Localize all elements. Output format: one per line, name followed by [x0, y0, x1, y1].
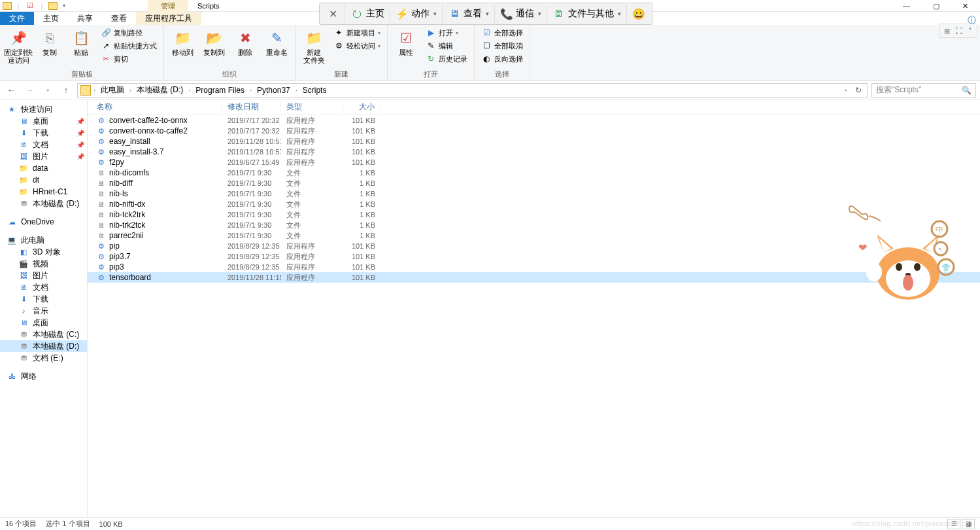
sidebar-pictures[interactable]: 🖼图片📌: [0, 150, 87, 162]
minimize-button[interactable]: —: [892, 0, 921, 12]
tab-share[interactable]: 共享: [68, 12, 102, 25]
sidebar-drive-e[interactable]: ⛃文档 (E:): [0, 352, 87, 364]
sidebar-onedrive[interactable]: ☁OneDrive: [0, 216, 87, 228]
table-row[interactable]: ⚙easy_install-3.72019/11/28 10:57应用程序101…: [88, 147, 980, 157]
close-button[interactable]: ✕: [951, 0, 980, 12]
chevron-right-icon[interactable]: ›: [248, 87, 253, 94]
breadcrumb-drive[interactable]: 本地磁盘 (D:): [133, 84, 187, 96]
tab-file[interactable]: 文件: [0, 12, 34, 25]
video-icon: 🎬: [18, 259, 29, 268]
delete-button[interactable]: ✖删除: [231, 26, 260, 56]
select-all-button[interactable]: ☑全部选择: [479, 26, 526, 39]
qat-dropdown-icon[interactable]: ▾: [59, 1, 69, 11]
table-row[interactable]: ⚙convert-onnx-to-caffe22019/7/17 20:32应用…: [88, 126, 980, 136]
sidebar-hrnet[interactable]: 📁HRnet-C1: [0, 186, 87, 198]
overlay-files-button[interactable]: 🗎文件与其他▾: [547, 5, 627, 23]
invert-selection-button[interactable]: ◐反向选择: [479, 52, 526, 65]
pin-button[interactable]: 📌固定到快 速访问: [4, 26, 33, 64]
nav-back-button[interactable]: ←: [4, 83, 18, 97]
chevron-right-icon[interactable]: ›: [92, 87, 97, 94]
overlay-close-button[interactable]: ✕: [321, 5, 345, 23]
edit-button[interactable]: ✎编辑: [423, 39, 470, 52]
search-icon[interactable]: 🔍: [962, 86, 972, 95]
chevron-right-icon[interactable]: ›: [128, 87, 133, 94]
sidebar-dt[interactable]: 📁dt: [0, 174, 87, 186]
table-row[interactable]: ⚙convert-caffe2-to-onnx2019/7/17 20:32应用…: [88, 115, 980, 126]
breadcrumb-dropdown[interactable]: ⌄: [841, 86, 851, 95]
tab-app-tools[interactable]: 应用程序工具: [136, 12, 201, 25]
properties-icon[interactable]: ☑: [25, 1, 35, 11]
overlay-comm-button[interactable]: 📞通信▾: [495, 5, 547, 23]
new-item-button[interactable]: ✦新建项目▾: [331, 26, 383, 39]
table-row[interactable]: 🗎nib-diff2019/7/1 9:30文件1 KB: [88, 178, 980, 188]
open-button[interactable]: ▶打开▾: [423, 26, 470, 39]
tab-home[interactable]: 主页: [34, 12, 68, 25]
sidebar-pictures2[interactable]: 🖼图片: [0, 270, 87, 281]
copy-button[interactable]: ⎘复制: [35, 26, 64, 56]
file-size: 1 KB: [343, 211, 380, 219]
overlay-home-button[interactable]: ⭮主页: [345, 5, 390, 23]
rename-icon: ✎: [267, 29, 286, 47]
sidebar-music[interactable]: ♪音乐: [0, 305, 87, 317]
overlay-view-button[interactable]: 🖥查看▾: [443, 5, 495, 23]
sidebar-documents[interactable]: 🗎文档📌: [0, 139, 87, 150]
breadcrumb-pc[interactable]: 此电脑: [97, 84, 128, 96]
sidebar-data[interactable]: 📁data: [0, 162, 87, 174]
context-tab[interactable]: 管理: [148, 0, 188, 12]
ribbon-help-icon[interactable]: ⓘ: [968, 14, 976, 26]
address-row: ← → ▾ ↑ › 此电脑 › 本地磁盘 (D:) › Program File…: [0, 81, 980, 99]
breadcrumb[interactable]: › 此电脑 › 本地磁盘 (D:) › Program Files › Pyth…: [77, 83, 868, 97]
col-size[interactable]: 大小: [343, 101, 380, 113]
paste-shortcut-button[interactable]: ↗粘贴快捷方式: [98, 39, 160, 52]
paste-button[interactable]: 📋粘贴: [67, 26, 95, 56]
col-type[interactable]: 类型: [281, 101, 343, 113]
move-to-button[interactable]: 📁移动到: [168, 26, 197, 56]
sidebar-downloads2[interactable]: ⬇下载: [0, 293, 87, 305]
col-date[interactable]: 修改日期: [222, 101, 281, 113]
table-row[interactable]: 🗎nib-ls2019/7/1 9:30文件1 KB: [88, 188, 980, 199]
chevron-right-icon[interactable]: ›: [187, 87, 192, 94]
rename-button[interactable]: ✎重命名: [262, 26, 291, 56]
properties-button[interactable]: ☑属性: [392, 26, 420, 56]
select-none-button[interactable]: ☐全部取消: [479, 39, 526, 52]
sidebar-network[interactable]: 🖧网络: [0, 370, 87, 382]
cut-button[interactable]: ✂剪切: [98, 52, 160, 65]
nav-forward-button[interactable]: →: [22, 83, 37, 97]
sidebar-downloads[interactable]: ⬇下载📌: [0, 127, 87, 139]
sidebar-quick-access[interactable]: ★快速访问: [0, 103, 87, 115]
breadcrumb-pf[interactable]: Program Files: [192, 86, 248, 95]
sidebar-drive-d[interactable]: ⛃本地磁盘 (D:): [0, 198, 87, 209]
easy-access-button[interactable]: ⚙轻松访问▾: [331, 39, 383, 52]
new-folder-button[interactable]: 📁新建 文件夹: [299, 26, 328, 64]
nav-up-button[interactable]: ↑: [59, 83, 73, 97]
table-row[interactable]: ⚙f2py2019/6/27 15:49应用程序101 KB: [88, 157, 980, 168]
overlay-emoji-button[interactable]: 😀: [627, 5, 651, 23]
breadcrumb-scripts[interactable]: Scripts: [299, 86, 331, 95]
sidebar-drive-d2[interactable]: ⛃本地磁盘 (D:): [0, 340, 87, 352]
copy-path-button[interactable]: 🔗复制路径: [98, 26, 160, 39]
chevron-up-icon[interactable]: ˄: [965, 26, 975, 36]
expand-icon[interactable]: ⛶: [953, 26, 964, 36]
search-input[interactable]: 搜索"Scripts" 🔍: [871, 83, 976, 97]
grid-icon[interactable]: ⊞: [941, 26, 952, 36]
chevron-right-icon[interactable]: ›: [294, 87, 299, 94]
history-button[interactable]: ↻历史记录: [423, 52, 470, 65]
sidebar-3d-objects[interactable]: ◧3D 对象: [0, 246, 87, 258]
sidebar-documents2[interactable]: 🗎文档: [0, 281, 87, 293]
sidebar-desktop[interactable]: 🖥桌面📌: [0, 115, 87, 127]
refresh-button[interactable]: ↻: [853, 86, 864, 95]
overlay-action-button[interactable]: ⚡动作▾: [390, 5, 443, 23]
sidebar-desktop2[interactable]: 🖥桌面: [0, 317, 87, 328]
breadcrumb-py[interactable]: Python37: [253, 86, 294, 95]
maximize-button[interactable]: ▢: [921, 0, 951, 12]
table-row[interactable]: ⚙easy_install2019/11/28 10:57应用程序101 KB: [88, 136, 980, 147]
nav-recent-button[interactable]: ▾: [41, 83, 55, 97]
qat-folder-icon[interactable]: [48, 2, 58, 10]
sidebar-video[interactable]: 🎬视频: [0, 258, 87, 270]
col-name[interactable]: 名称: [92, 101, 222, 113]
tab-view[interactable]: 查看: [102, 12, 136, 25]
sidebar-drive-c[interactable]: ⛃本地磁盘 (C:): [0, 328, 87, 340]
table-row[interactable]: 🗎nib-dicomfs2019/7/1 9:30文件1 KB: [88, 168, 980, 178]
sidebar-this-pc[interactable]: 💻此电脑: [0, 234, 87, 246]
copy-to-button[interactable]: 📂复制到: [199, 26, 228, 56]
